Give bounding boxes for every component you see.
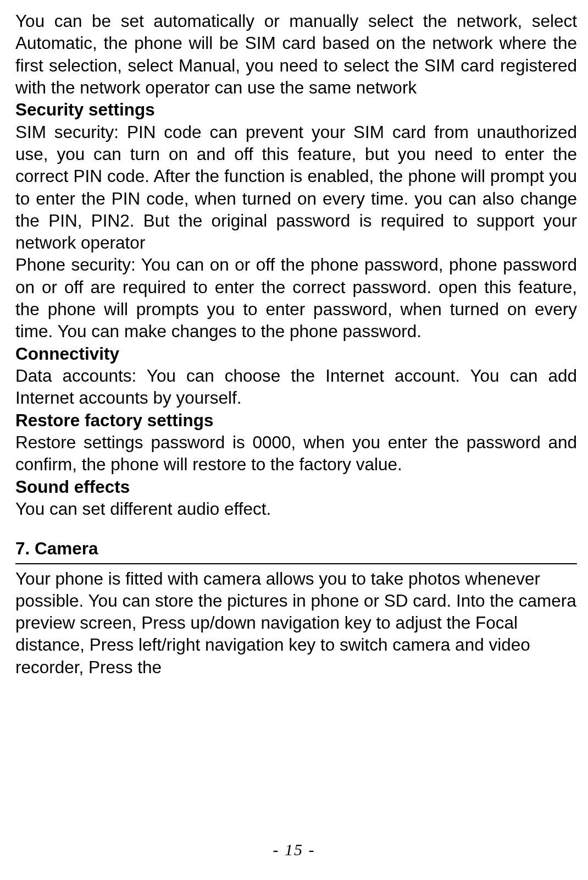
- heading-sound-effects: Sound effects: [15, 476, 577, 498]
- page-number: - 15 -: [0, 840, 588, 859]
- paragraph-camera-intro: Your phone is fitted with camera allows …: [15, 568, 577, 679]
- document-content: You can be set automatically or manually…: [15, 10, 577, 678]
- section-heading-camera: 7. Camera: [15, 537, 577, 564]
- heading-security-settings: Security settings: [15, 98, 577, 120]
- heading-restore-factory: Restore factory settings: [15, 409, 577, 431]
- paragraph-network: You can be set automatically or manually…: [15, 10, 577, 98]
- paragraph-data-accounts: Data accounts: You can choose the Intern…: [15, 365, 577, 409]
- paragraph-sim-security: SIM security: PIN code can prevent your …: [15, 121, 577, 254]
- heading-connectivity: Connectivity: [15, 343, 577, 365]
- paragraph-phone-security: Phone security: You can on or off the ph…: [15, 254, 577, 342]
- paragraph-sound: You can set different audio effect.: [15, 498, 577, 520]
- paragraph-restore: Restore settings password is 0000, when …: [15, 431, 577, 476]
